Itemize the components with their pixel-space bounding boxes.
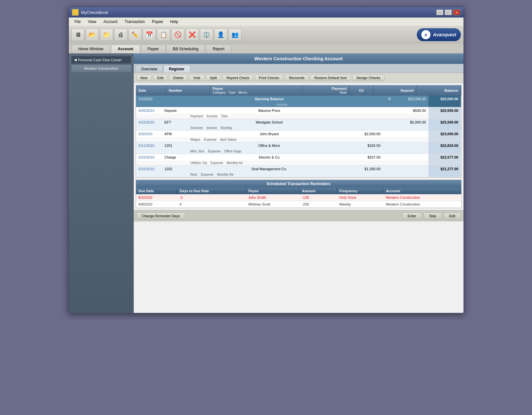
sched-col-account: Account xyxy=(383,188,461,194)
sched-due-date: 6/8/2010 xyxy=(136,201,177,208)
avanquest-label: Avanquest xyxy=(433,32,456,37)
menu-file[interactable]: File xyxy=(71,18,84,25)
table-row[interactable]: 4/20/2010 Deposit Maurice Price $500.00 … xyxy=(136,107,461,119)
edit-button[interactable]: Edit xyxy=(153,75,168,81)
sched-col-frequency: Frequency xyxy=(337,188,383,194)
tab-report[interactable]: Report xyxy=(206,45,231,53)
register-table: Date Number Payee Category Type Memo Pay… xyxy=(136,85,461,177)
minimize-button[interactable]: — xyxy=(436,9,443,15)
sched-col-payee: Payee xyxy=(246,188,299,194)
main-content: Western Construction Checking Account Ov… xyxy=(134,53,464,313)
change-reminder-days-button[interactable]: Change Reminder Days xyxy=(136,212,185,219)
subtab-overview[interactable]: Overview xyxy=(136,65,163,73)
content-area: ◀ Personal Cash Flow Center Western Cons… xyxy=(69,53,464,313)
avanquest-logo-circle: a xyxy=(421,30,430,39)
scheduled-title: Scheduled Transaction Reminders xyxy=(136,180,461,188)
maximize-button[interactable]: □ xyxy=(445,9,452,15)
delete-icon[interactable]: ❌ xyxy=(186,29,199,41)
close-button[interactable]: ✕ xyxy=(453,9,460,15)
sched-frequency: Only Once xyxy=(337,194,383,201)
toolbar: 🖥 📂 📁 🖨 ✏️ 📅 📋 🚫 ❌ ⚖️ 👤 👥 a Avanquest xyxy=(69,26,464,43)
folder-icon[interactable]: 📁 xyxy=(100,29,113,41)
split-button[interactable]: Split xyxy=(206,75,221,81)
sched-days: 4 xyxy=(177,201,246,208)
col-payee: Payee Category Type Memo xyxy=(210,85,303,96)
calendar-icon[interactable]: 📅 xyxy=(143,29,156,41)
tab-payee[interactable]: Payee xyxy=(141,45,166,53)
scheduled-row-overdue[interactable]: 8/2/2010 -2 John Smith -125 Only Once We… xyxy=(136,194,461,201)
col-deposit: Deposit xyxy=(374,85,416,96)
action-bar: New Edit Delete Void Split Reprint Check… xyxy=(134,73,464,83)
menu-payee[interactable]: Payee xyxy=(149,18,166,25)
print-checks-button[interactable]: Print Checks xyxy=(255,75,283,81)
col-payment: PaymentNote xyxy=(302,85,349,96)
sched-col-due-date: Due Date xyxy=(136,188,177,194)
sched-col-days: Days to Due Date xyxy=(177,188,246,194)
calculator-icon[interactable]: 🖥 xyxy=(71,29,84,41)
new-button[interactable]: New xyxy=(136,75,152,81)
person2-icon[interactable]: 👥 xyxy=(229,29,241,41)
reconcile-button[interactable]: Reconcile xyxy=(285,75,309,81)
app-icon: 📒 xyxy=(72,9,79,16)
account-title: Western Construction Checking Account xyxy=(134,53,464,64)
tab-account[interactable]: Account xyxy=(111,45,140,53)
sched-days: -2 xyxy=(177,194,246,201)
sched-payee: John Smith xyxy=(246,194,299,201)
sidebar-header: ◀ Personal Cash Flow Center xyxy=(71,56,131,64)
restore-default-sort-button[interactable]: Restore Default Sort xyxy=(310,75,351,81)
table-row[interactable]: 5/31/2010 1202 Seal Management Co. $1,30… xyxy=(136,166,461,177)
col-number: Number xyxy=(166,85,210,96)
tab-home-window[interactable]: Home Window xyxy=(71,45,110,53)
enter-button[interactable]: Enter xyxy=(402,212,422,219)
list-icon[interactable]: 📋 xyxy=(157,29,170,41)
sched-frequency: Weekly xyxy=(337,201,383,208)
sched-due-date: 8/2/2010 xyxy=(136,194,177,201)
menu-transaction[interactable]: Transaction xyxy=(121,18,148,25)
delete-button[interactable]: Delete xyxy=(169,75,188,81)
col-date: Date xyxy=(136,85,166,96)
menu-account[interactable]: Account xyxy=(100,18,121,25)
no-entry-icon[interactable]: 🚫 xyxy=(171,29,184,41)
scheduled-row[interactable]: 6/8/2010 4 Whitney Scott -250 Weekly Wes… xyxy=(136,201,461,208)
edit-scheduled-button[interactable]: Edit xyxy=(444,212,461,219)
skip-button[interactable]: Skip xyxy=(424,212,441,219)
main-window: 📒 MyCheckBook — □ ✕ File View Account Tr… xyxy=(68,6,464,314)
balance-icon[interactable]: ⚖️ xyxy=(200,29,213,41)
tab-bill-scheduling[interactable]: Bill Scheduling xyxy=(166,45,205,53)
window-title: MyCheckBook xyxy=(81,10,108,15)
person1-icon[interactable]: 👤 xyxy=(214,29,227,41)
avanquest-logo: a Avanquest xyxy=(417,28,461,41)
sub-tabs: Overview Register xyxy=(134,64,464,73)
scheduled-section: Scheduled Transaction Reminders Due Date… xyxy=(136,180,462,208)
bottom-bar: Change Reminder Days Enter Skip Edit xyxy=(134,210,464,221)
menu-help[interactable]: Help xyxy=(167,18,181,25)
subtab-register[interactable]: Register xyxy=(164,65,190,73)
title-bar-left: 📒 MyCheckBook xyxy=(72,9,108,16)
sidebar-item-western-construction[interactable]: Western Construction xyxy=(71,65,131,72)
sched-account: Western Construction xyxy=(383,201,461,208)
register-section: Date Number Payee Category Type Memo Pay… xyxy=(136,85,462,178)
toolbar-icons: 🖥 📂 📁 🖨 ✏️ 📅 📋 🚫 ❌ ⚖️ 👤 👥 xyxy=(71,29,241,41)
sched-account: Western Construction xyxy=(383,194,461,201)
sched-payee: Whitney Scott xyxy=(246,201,299,208)
edit-icon[interactable]: ✏️ xyxy=(129,29,142,41)
col-balance: Balance xyxy=(416,85,461,96)
sidebar: ◀ Personal Cash Flow Center Western Cons… xyxy=(69,53,134,313)
sched-amount: -250 xyxy=(299,201,337,208)
title-bar: 📒 MyCheckBook — □ ✕ xyxy=(69,7,464,18)
table-row[interactable]: 5/5/2010 ATM John Bryant $2,500.00 $23,0… xyxy=(136,131,461,142)
table-row[interactable]: 5/11/2010 1201 Office & More $165.50 $22… xyxy=(136,142,461,154)
reprint-check-button[interactable]: Reprint Check xyxy=(222,75,254,81)
folder-open-icon[interactable]: 📂 xyxy=(86,29,99,41)
sched-col-amount: Amount xyxy=(299,188,337,194)
design-checks-button[interactable]: Design Checks xyxy=(352,75,385,81)
menu-view[interactable]: View xyxy=(85,18,100,25)
table-row[interactable]: 1/1/2010 Opening Balance R $20,000.00 $2… xyxy=(136,96,461,107)
table-row[interactable]: 5/22/2010 Charge Electric & Co $257.50 $… xyxy=(136,154,461,166)
table-row[interactable]: 4/22/2010 EFT Westgate School $5,000.00 … xyxy=(136,119,461,131)
printer-icon[interactable]: 🖨 xyxy=(114,29,127,41)
sched-amount: -125 xyxy=(299,194,337,201)
void-button[interactable]: Void xyxy=(189,75,204,81)
sidebar-header-label: Personal Cash Flow Center xyxy=(78,58,122,62)
menu-bar: File View Account Transaction Payee Help xyxy=(69,18,464,26)
